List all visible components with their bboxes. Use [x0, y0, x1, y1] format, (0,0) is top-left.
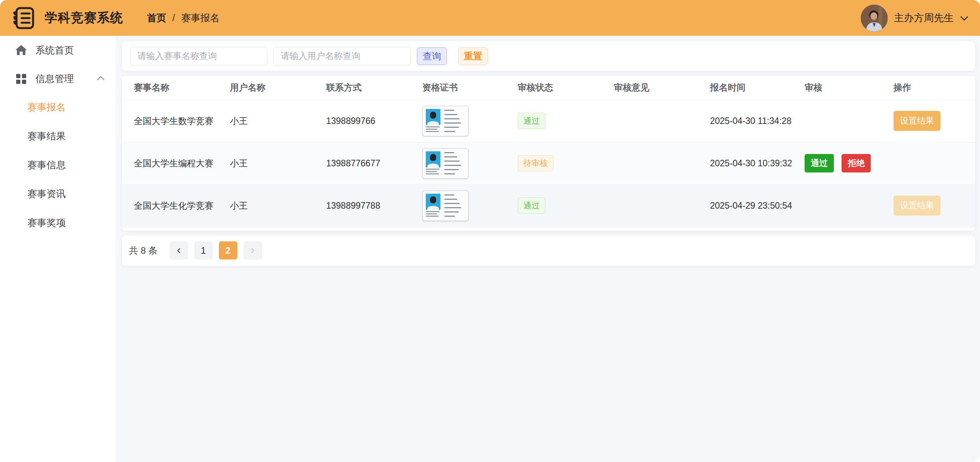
col-certificate: 资格证书 [422, 76, 518, 100]
col-comment: 审核意见 [614, 76, 710, 100]
col-user: 用户名称 [230, 76, 326, 100]
breadcrumb-separator: / [172, 12, 175, 23]
cell-user: 小王 [230, 142, 326, 184]
set-result-button-disabled[interactable]: 设置结果 [893, 196, 940, 216]
app-root: 学科竞赛系统 首页 / 赛事报名 主办方周先生 [0, 0, 980, 462]
sidebar: 系统首页 信息管理 赛事报名 赛事结果 赛事信息 赛事资讯 赛事奖项 [0, 36, 116, 462]
competition-search-input[interactable] [130, 47, 267, 65]
chevron-down-icon [960, 15, 968, 21]
cell-phone: 13988997788 [326, 184, 422, 227]
cell-time: 2025-04-30 11:34:28 [710, 100, 805, 142]
query-button[interactable]: 查询 [417, 47, 447, 65]
cell-comment [614, 100, 710, 142]
breadcrumb-home[interactable]: 首页 [147, 12, 166, 24]
registration-table-card: 赛事名称 用户名称 联系方式 资格证书 审核状态 审核意见 报名时间 审核 操作 [122, 76, 975, 231]
col-phone: 联系方式 [326, 76, 422, 100]
certificate-photo [426, 151, 440, 167]
sidebar-item-label: 系统首页 [35, 44, 105, 57]
cell-action [893, 142, 975, 184]
pagination-total: 共 8 条 [129, 244, 158, 257]
sidebar-item-awards[interactable]: 赛事奖项 [0, 208, 116, 237]
filter-bar: 查询 重置 [122, 41, 975, 71]
cell-comment [614, 184, 710, 227]
user-avatar[interactable] [861, 5, 888, 32]
breadcrumb-current: 赛事报名 [181, 12, 220, 24]
sidebar-item-info[interactable]: 赛事信息 [0, 151, 116, 179]
cell-action: 设置结果 [893, 100, 975, 142]
col-competition: 赛事名称 [122, 76, 230, 100]
certificate-thumbnail[interactable] [422, 148, 468, 179]
registration-table: 赛事名称 用户名称 联系方式 资格证书 审核状态 审核意见 报名时间 审核 操作 [122, 76, 975, 227]
sidebar-item-results[interactable]: 赛事结果 [0, 122, 116, 151]
cell-review [805, 184, 893, 227]
certificate-photo [426, 194, 440, 210]
cell-review: 通过 拒绝 [805, 142, 893, 184]
pagination-prev-button[interactable] [170, 241, 188, 259]
pagination-page-2[interactable]: 2 [219, 241, 237, 259]
home-icon [15, 44, 28, 57]
certificate-thumbnail[interactable] [422, 191, 468, 221]
user-search-input[interactable] [273, 47, 411, 65]
main-content: 查询 重置 赛事名称 用户名称 联系方式 资格证书 审核状态 [116, 36, 980, 462]
cell-status: 待审核 [518, 142, 614, 184]
approve-button[interactable]: 通过 [805, 154, 834, 172]
col-status: 审核状态 [518, 76, 614, 100]
notebook-logo-icon [12, 5, 37, 31]
cell-comment [614, 142, 710, 184]
certificate-thumbnail[interactable] [422, 106, 468, 136]
table-header-row: 赛事名称 用户名称 联系方式 资格证书 审核状态 审核意见 报名时间 审核 操作 [122, 76, 975, 100]
cell-status: 通过 [518, 184, 614, 227]
reject-button[interactable]: 拒绝 [842, 154, 871, 172]
cell-certificate [422, 184, 518, 227]
col-time: 报名时间 [710, 76, 805, 100]
status-badge: 通过 [518, 113, 545, 129]
table-row: 全国大学生化学竞赛 小王 13988997788 [122, 184, 975, 227]
cell-user: 小王 [230, 100, 326, 142]
breadcrumb: 首页 / 赛事报名 [147, 12, 220, 24]
table-row: 全国大学生数学竞赛 小王 1398899766 [122, 100, 975, 142]
certificate-photo [426, 109, 440, 125]
reset-button[interactable]: 重置 [458, 47, 488, 65]
pagination-next-button[interactable] [243, 241, 262, 259]
cell-certificate [422, 142, 518, 184]
top-header: 学科竞赛系统 首页 / 赛事报名 主办方周先生 [0, 0, 980, 36]
cell-phone: 13988776677 [326, 142, 422, 184]
chevron-right-icon [250, 248, 256, 254]
sidebar-group-info[interactable]: 信息管理 [0, 64, 116, 93]
pagination-page-1[interactable]: 1 [194, 241, 213, 259]
cell-action: 设置结果 [893, 184, 975, 227]
grid-icon [15, 72, 28, 85]
cell-time: 2025-04-29 23:50:54 [710, 184, 805, 227]
user-name: 主办方周先生 [894, 11, 954, 25]
chevron-up-icon [97, 76, 105, 81]
col-action: 操作 [893, 76, 975, 100]
cell-competition: 全国大学生化学竞赛 [122, 184, 230, 227]
cell-certificate [422, 100, 518, 142]
cell-time: 2025-04-30 10:39:32 [710, 142, 805, 184]
sidebar-item-news[interactable]: 赛事资讯 [0, 179, 116, 208]
cell-user: 小王 [230, 184, 326, 227]
status-badge: 通过 [518, 198, 545, 213]
user-menu[interactable]: 主办方周先生 [861, 5, 968, 32]
table-row: 全国大学生编程大赛 小王 13988776677 [122, 142, 975, 184]
avatar-person-icon [861, 5, 888, 32]
app-title: 学科竞赛系统 [45, 9, 123, 27]
set-result-button[interactable]: 设置结果 [893, 111, 940, 131]
cell-competition: 全国大学生数学竞赛 [122, 100, 230, 142]
cell-review [805, 100, 893, 142]
sidebar-item-registration[interactable]: 赛事报名 [0, 93, 116, 122]
cell-status: 通过 [518, 100, 614, 142]
sidebar-group-label: 信息管理 [35, 72, 97, 85]
sidebar-item-home[interactable]: 系统首页 [0, 36, 116, 64]
chevron-left-icon [176, 248, 182, 254]
status-badge: 待审核 [518, 155, 553, 171]
col-review: 审核 [805, 76, 893, 100]
pagination-bar: 共 8 条 1 2 [122, 236, 975, 266]
cell-competition: 全国大学生编程大赛 [122, 142, 230, 184]
cell-phone: 1398899766 [326, 100, 422, 142]
